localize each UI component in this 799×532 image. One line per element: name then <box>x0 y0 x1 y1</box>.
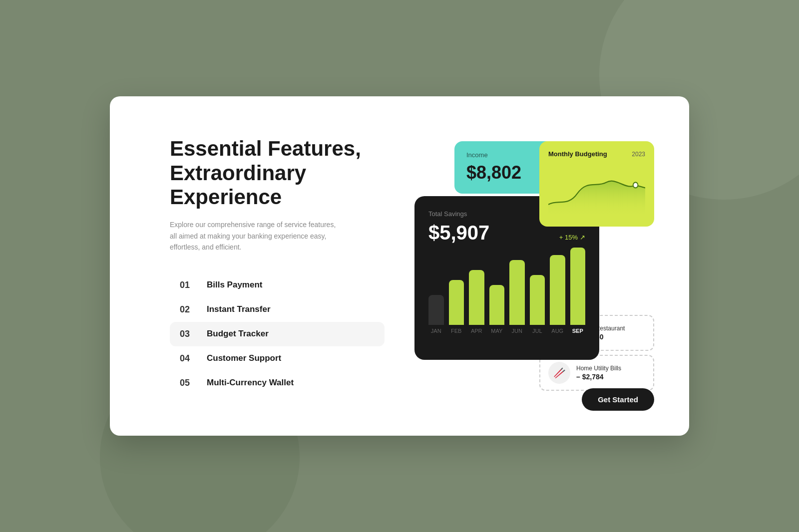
transaction-amount-2: – $2,784 <box>576 373 621 381</box>
bar <box>570 248 586 325</box>
feature-name-3: Budget Tracker <box>207 329 269 339</box>
feature-name-5: Multi-Currency Wallet <box>207 378 294 388</box>
feature-name-1: Bills Payment <box>207 280 263 290</box>
feature-num-2: 02 <box>180 304 195 315</box>
right-section: Income $8,802 ↗ Total Savings $5,907 + 1… <box>414 141 654 391</box>
feature-num-1: 01 <box>180 280 195 290</box>
hero-subtitle: Explore our comprehensive range of servi… <box>170 219 340 253</box>
feature-item-2[interactable]: 02 Instant Transfer <box>170 297 385 322</box>
bar <box>550 255 565 325</box>
bar-label: APR <box>471 328 482 334</box>
hero-title: Essential Features, Extraordinary Experi… <box>170 137 385 209</box>
bar-label: JAN <box>431 328 441 334</box>
svg-point-0 <box>633 182 638 188</box>
budget-card: Monthly Budgeting 2023 <box>539 141 654 227</box>
bar <box>509 260 525 325</box>
feature-num-4: 04 <box>180 353 195 364</box>
transaction-info-2: Home Utility Bills – $2,784 <box>576 365 621 381</box>
feature-name-2: Instant Transfer <box>207 304 271 314</box>
bar <box>469 270 484 325</box>
feature-item-1[interactable]: 01 Bills Payment <box>170 273 385 297</box>
bar-col: JUL <box>530 275 545 334</box>
left-section: Essential Features, Extraordinary Experi… <box>170 137 385 395</box>
bar-col: JUN <box>509 260 525 334</box>
bar-col: AUG <box>550 255 565 334</box>
income-amount: $8,802 <box>466 162 521 183</box>
budget-year: 2023 <box>632 151 645 158</box>
bar-label: JUN <box>512 328 522 334</box>
bar-label: JUL <box>532 328 542 334</box>
bar-col: SEP <box>570 248 586 334</box>
get-started-button[interactable]: Get Started <box>582 388 654 411</box>
feature-item-3[interactable]: 03 Budget Tracker <box>170 322 385 346</box>
main-card: Essential Features, Extraordinary Experi… <box>110 96 689 436</box>
budget-title: Monthly Budgeting <box>548 150 607 158</box>
bar <box>428 295 444 325</box>
bar <box>530 275 545 325</box>
transaction-name-2: Home Utility Bills <box>576 365 621 372</box>
bar-label: SEP <box>572 328 583 334</box>
feature-num-5: 05 <box>180 378 195 388</box>
trend-up-icon: ↗ <box>580 234 585 241</box>
bar <box>449 280 464 325</box>
bar-label: MAY <box>491 328 502 334</box>
bar <box>489 285 505 325</box>
feature-name-4: Customer Support <box>207 353 281 363</box>
bar-col: FEB <box>449 280 464 334</box>
feature-item-5[interactable]: 05 Multi-Currency Wallet <box>170 371 385 395</box>
bar-col: MAY <box>489 285 505 334</box>
bar-col: APR <box>469 270 484 334</box>
bar-label: FEB <box>451 328 461 334</box>
transaction-card-2: 🥢 Home Utility Bills – $2,784 <box>539 355 654 391</box>
budget-chart-svg <box>548 166 645 216</box>
transaction-icon-2: 🥢 <box>548 362 570 384</box>
bar-chart: JANFEBAPRMAYJUNJULAUGSEP <box>428 256 585 346</box>
savings-amount: $5,907 <box>428 222 489 244</box>
bar-col: JAN <box>428 295 444 334</box>
savings-change: + 15% ↗ <box>559 234 585 244</box>
feature-list: 01 Bills Payment 02 Instant Transfer 03 … <box>170 273 385 395</box>
feature-item-4[interactable]: 04 Customer Support <box>170 346 385 371</box>
feature-num-3: 03 <box>180 329 195 339</box>
bar-label: AUG <box>551 328 563 334</box>
